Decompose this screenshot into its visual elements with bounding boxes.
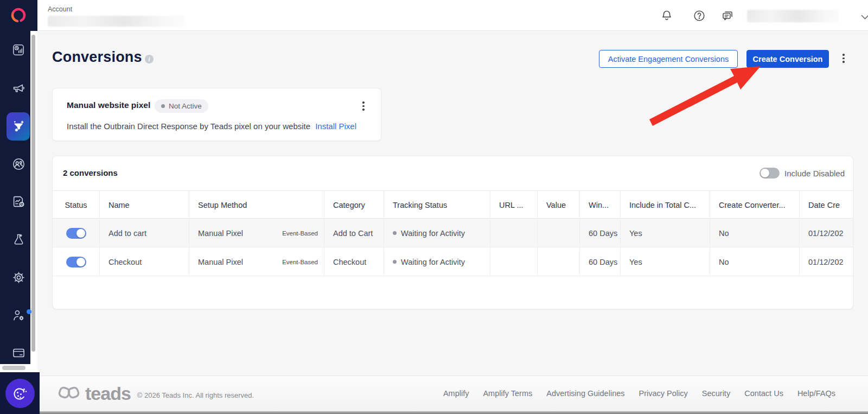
pixel-card-more-button[interactable] xyxy=(362,101,365,111)
sidebar-item-user-management[interactable] xyxy=(12,309,25,322)
footer-link-advertising-guidelines[interactable]: Advertising Guidelines xyxy=(546,389,624,398)
col-date-created[interactable]: Date Cre xyxy=(800,191,853,219)
row-date-created: 01/12/202 xyxy=(800,248,853,276)
sidebar-item-analytics[interactable] xyxy=(12,43,25,56)
teads-brand-text: teads xyxy=(85,383,131,404)
analytics-dashboard-icon xyxy=(12,43,25,56)
footer-link-help-faqs[interactable]: Help/FAQs xyxy=(797,389,835,398)
cookie-consent-icon xyxy=(11,384,29,403)
sidebar-item-settings[interactable] xyxy=(12,271,25,284)
pixel-card-description: Install the Outbrain Direct Response by … xyxy=(67,122,356,131)
sidebar-item-audiences[interactable] xyxy=(12,157,25,170)
table-header-row: Status Name Setup Method Category Tracki… xyxy=(53,190,853,219)
row-window: 60 Days xyxy=(580,219,621,247)
campaigns-megaphone-icon xyxy=(12,81,25,95)
footer-link-privacy-policy[interactable]: Privacy Policy xyxy=(639,389,688,398)
include-disabled-label: Include Disabled xyxy=(784,169,845,178)
vertical-scrollbar[interactable] xyxy=(31,35,35,352)
sidebar-item-conversions[interactable] xyxy=(7,112,30,141)
user-menu-chevron-icon[interactable] xyxy=(861,12,868,22)
row-url xyxy=(490,248,538,276)
page-more-actions-button[interactable] xyxy=(843,54,845,63)
tracking-dot-icon xyxy=(393,231,397,235)
footer-link-amplify-terms[interactable]: Amplify Terms xyxy=(483,389,532,398)
col-include-total[interactable]: Include in Total C... xyxy=(621,191,710,219)
col-create-converter[interactable]: Create Converter... xyxy=(710,191,800,219)
table-row: Checkout Manual PixelEvent-Based Checkou… xyxy=(53,248,853,276)
col-name[interactable]: Name xyxy=(100,191,189,219)
col-status[interactable]: Status xyxy=(53,191,100,219)
col-setup-method[interactable]: Setup Method xyxy=(189,191,324,219)
row-create-converter: No xyxy=(710,248,800,276)
row-status-toggle[interactable] xyxy=(66,228,86,239)
experiments-flask-icon xyxy=(12,233,25,246)
col-value[interactable]: Value xyxy=(538,191,580,219)
footer-link-amplify[interactable]: Amplify xyxy=(443,389,469,398)
pixel-status-text: Not Active xyxy=(169,102,202,110)
conversions-funnel-icon xyxy=(11,119,25,133)
activate-engagement-conversions-button[interactable]: Activate Engagement Conversions xyxy=(599,50,738,68)
sidebar-item-experiments[interactable] xyxy=(12,233,25,246)
scheduled-reports-icon xyxy=(12,195,25,208)
row-create-converter: No xyxy=(710,219,800,247)
row-value xyxy=(538,248,580,276)
row-window: 60 Days xyxy=(580,248,621,276)
horizontal-scrollbar[interactable] xyxy=(2,366,25,370)
manual-pixel-card: Manual website pixel Not Active Install … xyxy=(52,88,381,141)
table-row: Add to cart Manual PixelEvent-Based Add … xyxy=(53,219,853,247)
row-setup-method: Manual PixelEvent-Based xyxy=(189,219,324,247)
outbrain-logo[interactable] xyxy=(10,7,27,26)
row-tracking-status: Waiting for Activity xyxy=(384,219,490,247)
row-category: Checkout xyxy=(324,248,384,276)
footer-link-security[interactable]: Security xyxy=(702,389,730,398)
row-url xyxy=(490,219,538,247)
col-category[interactable]: Category xyxy=(324,191,384,219)
include-disabled-toggle[interactable] xyxy=(760,168,780,179)
top-header: Account xyxy=(37,0,868,31)
user-settings-icon xyxy=(12,309,25,322)
footer-link-contact-us[interactable]: Contact Us xyxy=(744,389,783,398)
audiences-icon xyxy=(12,157,25,171)
row-category: Add to Cart xyxy=(324,219,384,247)
footer-links: Amplify Amplify Terms Advertising Guidel… xyxy=(443,389,835,398)
sidebar-logo-block xyxy=(0,0,37,31)
window-bottom-edge xyxy=(37,411,868,414)
cookie-consent-button[interactable] xyxy=(5,379,35,408)
row-date-created: 01/12/202 xyxy=(800,219,853,247)
help-icon[interactable] xyxy=(693,9,706,22)
col-tracking-status[interactable]: Tracking Status xyxy=(384,191,490,219)
col-url[interactable]: URL ... xyxy=(490,191,538,219)
setup-type-tag: Event-Based xyxy=(282,230,318,237)
row-include-total: Yes xyxy=(621,248,710,276)
sidebar-notification-dot xyxy=(27,309,31,314)
feedback-chat-icon[interactable] xyxy=(721,9,734,22)
status-dot-icon xyxy=(161,104,165,108)
row-name: Checkout xyxy=(100,248,189,276)
row-name: Add to cart xyxy=(100,219,189,247)
account-name-redacted xyxy=(48,16,184,27)
sidebar-item-billing[interactable] xyxy=(12,346,25,359)
page-title: Conversions xyxy=(52,49,142,66)
account-label: Account xyxy=(48,5,72,13)
row-value xyxy=(538,219,580,247)
sidebar-item-reports[interactable] xyxy=(12,195,25,208)
col-window[interactable]: Win... xyxy=(580,191,621,219)
tracking-dot-icon xyxy=(393,260,397,264)
notifications-bell-icon[interactable] xyxy=(660,9,673,22)
row-status-toggle[interactable] xyxy=(66,257,86,267)
billing-card-icon xyxy=(12,346,25,360)
sidebar-item-campaigns[interactable] xyxy=(12,81,25,94)
user-name-redacted xyxy=(747,10,839,22)
create-conversion-button[interactable]: Create Conversion xyxy=(746,50,829,68)
info-icon[interactable]: i xyxy=(145,55,154,63)
pixel-status-badge: Not Active xyxy=(155,99,208,113)
setup-type-tag: Event-Based xyxy=(282,259,318,265)
row-setup-method: Manual PixelEvent-Based xyxy=(189,248,324,276)
settings-gear-icon xyxy=(12,271,25,284)
pixel-card-title: Manual website pixel xyxy=(67,100,150,110)
conversions-table-card: 2 conversions Include Disabled Status Na… xyxy=(52,156,853,309)
teads-logo-icon xyxy=(57,384,82,403)
footer-copyright: © 2026 Teads Inc. All rights reserved. xyxy=(137,391,254,399)
footer: teads © 2026 Teads Inc. All rights reser… xyxy=(37,375,868,414)
install-pixel-link[interactable]: Install Pixel xyxy=(315,122,356,131)
